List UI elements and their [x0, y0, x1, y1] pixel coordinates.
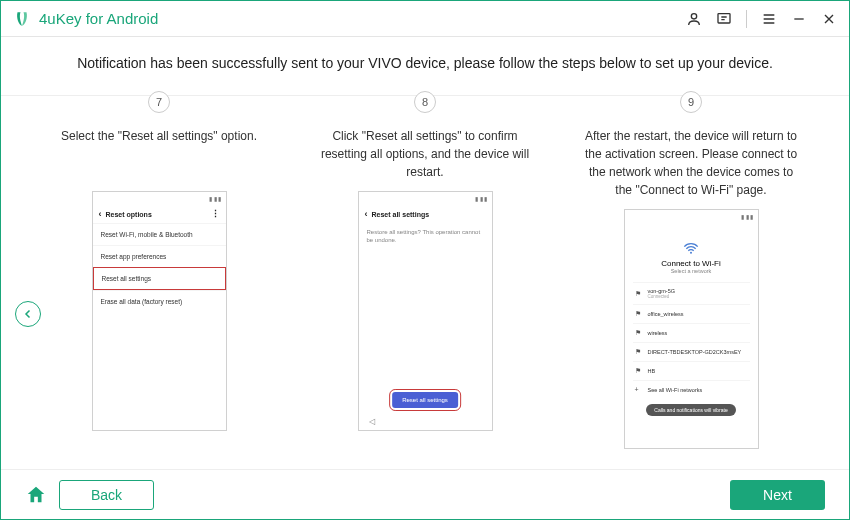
account-icon[interactable] [686, 11, 702, 27]
phone-status-bar: ▮ ▮ ▮ [93, 192, 226, 205]
phone-appbar: ‹ Reset all settings [359, 205, 492, 223]
phone-status-bar: ▮ ▮ ▮ [359, 192, 492, 205]
feedback-icon[interactable] [716, 11, 732, 27]
footer-bar: Back Next [1, 469, 849, 519]
next-button[interactable]: Next [730, 480, 825, 510]
menu-icon[interactable] [761, 11, 777, 27]
phone-status-bar: ▮ ▮ ▮ [625, 210, 758, 223]
step-number-badge: 9 [680, 91, 702, 113]
minimize-icon[interactable] [791, 11, 807, 27]
wifi-signal-icon: ⚑ [635, 329, 645, 337]
wifi-network-item: ⚑von-gm-5GConnected [633, 282, 750, 304]
nav-triangle-icon: ◁ [369, 417, 375, 426]
step-description: Select the "Reset all settings" option. [61, 127, 257, 181]
step-9: 9 After the restart, the device will ret… [563, 102, 819, 449]
wifi-signal-icon: ⚑ [635, 367, 645, 375]
titlebar: 4uKey for Android [1, 1, 849, 37]
headline-text: Notification has been successfully sent … [31, 55, 819, 71]
plus-icon: + [635, 386, 645, 393]
wifi-icon [633, 241, 750, 257]
wifi-signal-icon: ⚑ [635, 348, 645, 356]
wifi-network-item: ⚑wireless [633, 323, 750, 342]
svg-point-2 [690, 252, 692, 254]
more-dots-icon: ⋮ [211, 212, 220, 217]
step-description: Click "Reset all settings" to confirm re… [315, 127, 535, 181]
svg-rect-1 [718, 13, 730, 22]
list-item: Erase all data (factory reset) [93, 290, 226, 312]
home-icon[interactable] [25, 484, 47, 506]
titlebar-divider [746, 10, 747, 28]
step-8: 8 Click "Reset all settings" to confirm … [297, 102, 553, 449]
dialog-text: Restore all settings? This operation can… [359, 223, 492, 251]
svg-point-0 [691, 13, 696, 18]
wifi-screen-title: Connect to Wi-Fi [633, 259, 750, 268]
phone-appbar-title: Reset all settings [372, 211, 430, 218]
back-button[interactable]: Back [59, 480, 154, 510]
step-description: After the restart, the device will retur… [581, 127, 801, 199]
main-content: Notification has been successfully sent … [1, 37, 849, 449]
wifi-signal-icon: ⚑ [635, 310, 645, 318]
wifi-signal-icon: ⚑ [635, 290, 645, 298]
phone-appbar: ‹ Reset options ⋮ [93, 205, 226, 223]
app-title: 4uKey for Android [39, 10, 158, 27]
phone-mockup-confirm: ▮ ▮ ▮ ‹ Reset all settings Restore all s… [358, 191, 493, 431]
back-chevron-icon: ‹ [99, 209, 102, 219]
wifi-see-all: +See all Wi-Fi networks [633, 380, 750, 398]
list-item: Reset app preferences [93, 245, 226, 267]
step-7: 7 Select the "Reset all settings" option… [31, 102, 287, 449]
wifi-network-item: ⚑DIRECT-TBDESKTOP-GD2CK3msEY [633, 342, 750, 361]
app-logo-icon [13, 10, 31, 28]
toast-pill: Calls and notifications will vibrate [646, 404, 735, 416]
step-number-badge: 8 [414, 91, 436, 113]
back-chevron-icon: ‹ [365, 209, 368, 219]
list-item-highlighted: Reset all settings [93, 267, 226, 290]
phone-mockup-reset-options: ▮ ▮ ▮ ‹ Reset options ⋮ Reset Wi-Fi, mob… [92, 191, 227, 431]
wifi-network-item: ⚑office_wireless [633, 304, 750, 323]
step-number-badge: 7 [148, 91, 170, 113]
steps-row: 7 Select the "Reset all settings" option… [31, 96, 819, 449]
wifi-network-item: ⚑HB [633, 361, 750, 380]
phone-appbar-title: Reset options [106, 211, 152, 218]
confirm-button-highlighted: Reset all settings [392, 392, 458, 408]
prev-arrow-button[interactable] [15, 301, 41, 327]
wifi-screen-subtitle: Select a network [633, 268, 750, 274]
close-icon[interactable] [821, 11, 837, 27]
list-item: Reset Wi-Fi, mobile & Bluetooth [93, 223, 226, 245]
phone-mockup-wifi: ▮ ▮ ▮ Connect to Wi-Fi Select a network … [624, 209, 759, 449]
